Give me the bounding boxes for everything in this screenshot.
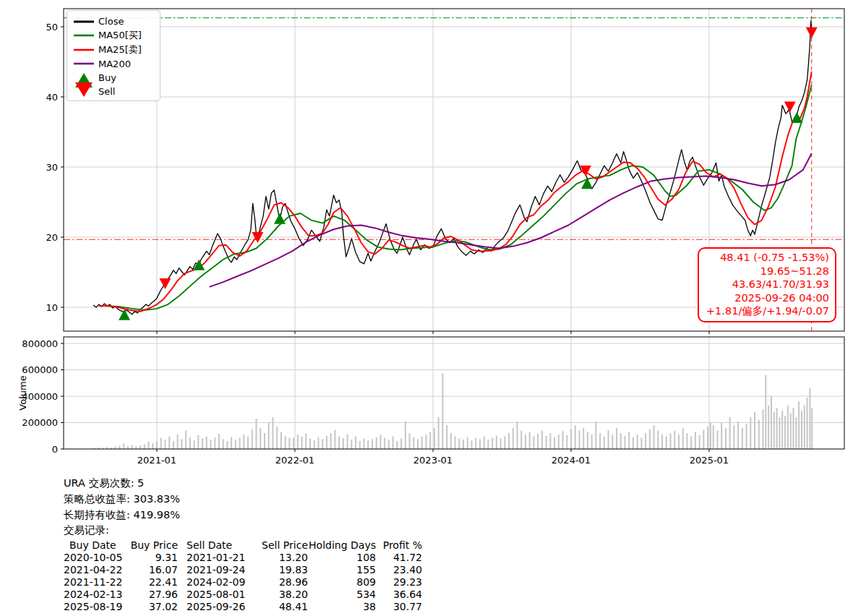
volume-bar bbox=[376, 437, 377, 449]
volume-bar bbox=[280, 432, 282, 449]
trade-cell: 2021-04-22 bbox=[64, 564, 130, 576]
volume-bar bbox=[471, 440, 472, 449]
volume-bar bbox=[223, 439, 224, 449]
volume-bar bbox=[713, 425, 714, 449]
volume-bar bbox=[721, 423, 722, 450]
volume-bar bbox=[123, 444, 124, 449]
trades-header-row: Buy DateBuy PriceSell DateSell PriceHold… bbox=[64, 539, 422, 552]
volume-bar bbox=[309, 438, 311, 449]
volume-bar bbox=[413, 437, 414, 449]
volume-bar bbox=[508, 433, 510, 449]
volume-bar bbox=[787, 406, 789, 449]
trade-row: 2021-04-2216.072021-09-2419.8315523.40 bbox=[64, 564, 422, 576]
trade-cell: 108 bbox=[308, 552, 376, 564]
volume-bar bbox=[438, 417, 440, 449]
x-axis-label: 2024-01 bbox=[552, 455, 591, 466]
volume-bar bbox=[666, 437, 667, 449]
price-annotation: 48.41 (-0.75 -1.53%) 19.65~51.28 43.63/4… bbox=[698, 247, 836, 322]
legend-label-ma200: MA200 bbox=[96, 59, 131, 69]
volume-bar bbox=[276, 427, 278, 449]
trade-row: 2020-10-059.312021-01-2113.2010841.72 bbox=[64, 552, 422, 564]
volume-bar bbox=[595, 422, 596, 449]
volume-bar bbox=[455, 437, 456, 449]
volume-bar bbox=[351, 440, 352, 449]
volume-bar bbox=[657, 430, 659, 449]
volume-bar bbox=[661, 435, 663, 449]
volume-bar bbox=[517, 422, 518, 449]
volume-bar bbox=[168, 437, 170, 449]
trade-cell: 2025-08-01 bbox=[178, 589, 252, 601]
volume-bar bbox=[160, 437, 162, 449]
volume-bar bbox=[492, 437, 493, 449]
volume-bar bbox=[633, 437, 634, 449]
volume-bar bbox=[400, 438, 402, 449]
trade-cell: 22.41 bbox=[130, 576, 178, 589]
close-line-swatch-icon bbox=[72, 20, 96, 24]
volume-bar bbox=[372, 439, 373, 449]
volume-bar bbox=[388, 440, 390, 449]
trade-cell: 16.07 bbox=[130, 564, 178, 576]
ma25-line-swatch-icon bbox=[72, 48, 96, 52]
volume-bar bbox=[608, 430, 609, 449]
volume-bar bbox=[640, 437, 642, 449]
volume-bar bbox=[119, 445, 120, 449]
ma200-line-swatch-icon bbox=[72, 61, 96, 66]
x-axis-label: 2023-01 bbox=[413, 455, 453, 466]
annotation-last-price: 48.41 (-0.75 -1.53%) bbox=[705, 251, 829, 265]
volume-bar bbox=[604, 437, 605, 449]
volume-bar bbox=[762, 409, 763, 449]
volume-bar bbox=[729, 417, 731, 449]
volume-bar bbox=[771, 396, 772, 449]
annotation-range: 19.65~51.28 bbox=[705, 265, 829, 278]
volume-panel-border bbox=[64, 337, 844, 449]
trade-cell: 2025-08-19 bbox=[64, 601, 130, 613]
volume-bar bbox=[628, 432, 630, 449]
volume-ytick-label: 200000 bbox=[22, 417, 58, 428]
volume-bar bbox=[197, 435, 199, 449]
trades-header-cell: Buy Date bbox=[64, 539, 130, 552]
volume-bar bbox=[587, 432, 588, 449]
volume-bar bbox=[773, 412, 775, 449]
volume-bar bbox=[181, 439, 182, 449]
buy-marker bbox=[274, 213, 286, 224]
volume-bar bbox=[541, 430, 543, 449]
volume-bar bbox=[305, 433, 307, 449]
summary-hold-return: 长期持有收益: 419.98% bbox=[64, 508, 422, 523]
legend-label-buy: Buy bbox=[96, 72, 116, 83]
volume-bar bbox=[649, 429, 651, 449]
volume-bar bbox=[297, 435, 299, 449]
price-ytick-label: 40 bbox=[46, 92, 58, 103]
volume-bar bbox=[578, 430, 580, 449]
annotation-datetime: 2025-09-26 04:00 bbox=[705, 291, 829, 305]
volume-bar bbox=[549, 433, 551, 449]
volume-bar bbox=[496, 436, 497, 449]
trade-cell: 2024-02-09 bbox=[178, 576, 252, 589]
volume-bar bbox=[513, 428, 514, 449]
volume-bar bbox=[645, 433, 646, 449]
volume-bar bbox=[425, 435, 426, 449]
volume-bar bbox=[256, 419, 257, 449]
legend-label-ma50: MA50[买] bbox=[96, 29, 142, 42]
volume-bar bbox=[396, 441, 398, 449]
volume-bar bbox=[546, 436, 547, 449]
volume-bar bbox=[637, 435, 638, 449]
volume-bar bbox=[591, 435, 593, 449]
trade-cell: 19.83 bbox=[252, 564, 308, 576]
sell-marker bbox=[784, 102, 796, 113]
chart-legend: CloseMA50[买]MA25[卖]MA200BuySell bbox=[67, 10, 160, 101]
volume-bar bbox=[779, 417, 780, 449]
volume-bar bbox=[264, 433, 265, 449]
volume-bar bbox=[678, 435, 680, 449]
volume-bar bbox=[409, 433, 411, 449]
x-axis-label: 2021-01 bbox=[137, 455, 176, 466]
volume-bar bbox=[359, 441, 361, 449]
trades-header-cell: Sell Date bbox=[178, 539, 252, 552]
volume-bar bbox=[537, 434, 539, 449]
volume-ytick-label: 800000 bbox=[22, 338, 58, 349]
volume-bar bbox=[434, 428, 435, 449]
x-axis-label: 2025-01 bbox=[690, 455, 729, 466]
volume-bar bbox=[393, 437, 394, 449]
volume-bar bbox=[758, 420, 760, 449]
volume-bar bbox=[682, 428, 684, 449]
annotation-bias: +1.81/偏多/+1.94/-0.07 bbox=[705, 304, 829, 318]
